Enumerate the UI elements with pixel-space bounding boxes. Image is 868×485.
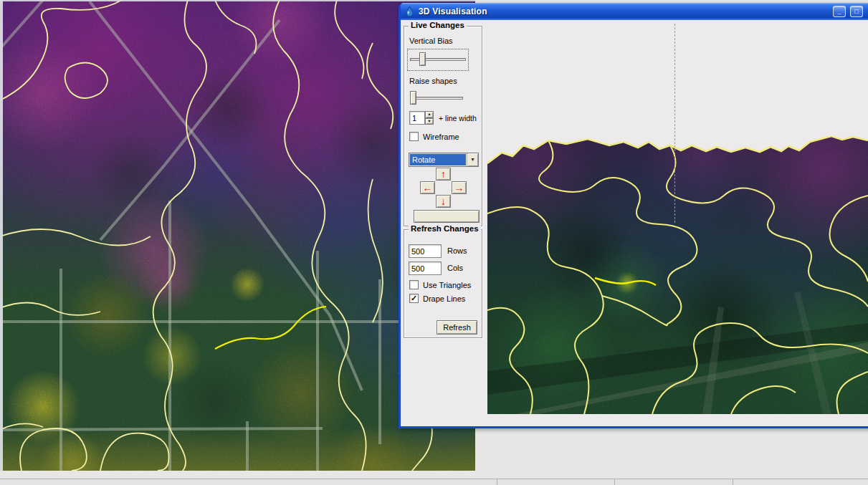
title-bar[interactable]: 3D Visualisation _ □	[401, 3, 868, 20]
slider-track[interactable]	[410, 97, 463, 100]
chevron-down-icon[interactable]: ▼	[467, 153, 478, 166]
line-width-input[interactable]	[409, 111, 425, 125]
camera-defaults-button[interactable]	[414, 210, 480, 223]
checkmark-icon: ✓	[411, 294, 417, 302]
use-triangles-label: Use Triangles	[423, 281, 471, 289]
drape-lines-label: Drape Lines	[423, 294, 465, 303]
line-width-spinner: ▲ ▼	[425, 111, 434, 125]
right-arrow-icon: →	[454, 182, 464, 193]
down-arrow-icon: ↓	[441, 196, 446, 207]
map-left-edge	[0, 0, 3, 471]
refresh-changes-title: Refresh Changes	[409, 224, 481, 233]
raise-shapes-slider[interactable]	[408, 88, 465, 108]
use-triangles-checkbox[interactable]: ✓	[409, 280, 419, 289]
window-title: 3D Visualisation	[419, 6, 487, 16]
map-top-edge	[0, 0, 475, 1]
minimize-button[interactable]: _	[833, 6, 846, 17]
application-stage: 3D Visualisation _ □ Live Changes Vertic…	[0, 0, 868, 485]
cols-label: Cols	[447, 264, 463, 272]
rotation-axis-line	[674, 24, 675, 223]
rotate-left-button[interactable]: ←	[420, 181, 435, 194]
status-bar	[0, 479, 868, 485]
mode-dropdown[interactable]: Rotate ▼	[409, 153, 479, 167]
live-changes-title: Live Changes	[409, 21, 467, 29]
spin-up-icon[interactable]: ▲	[425, 111, 434, 118]
live-changes-group: Live Changes Vertical Bias Raise shapes …	[404, 26, 482, 226]
raise-shapes-label: Raise shapes	[409, 77, 457, 85]
up-arrow-icon: ↑	[441, 168, 446, 180]
line-width-label: + line width	[439, 114, 477, 123]
status-bar-separator	[497, 479, 497, 485]
refresh-button[interactable]: Refresh	[437, 320, 477, 335]
wireframe-label: Wireframe	[423, 133, 459, 141]
vertical-bias-slider-thumb[interactable]	[419, 52, 426, 66]
cols-input[interactable]	[409, 261, 442, 275]
refresh-changes-group: Refresh Changes Rows Cols ✓ Use Triangle…	[404, 229, 482, 338]
rotate-up-button[interactable]: ↑	[436, 168, 451, 181]
viz-window: 3D Visualisation _ □ Live Changes Vertic…	[399, 3, 868, 428]
maximize-button[interactable]: □	[850, 6, 863, 17]
wireframe-checkbox[interactable]: ✓	[409, 132, 419, 141]
status-bar-separator	[733, 479, 733, 485]
vertical-bias-label: Vertical Bias	[409, 37, 453, 45]
status-bar-separator	[614, 479, 615, 485]
vertical-bias-slider[interactable]	[408, 49, 468, 69]
terrain-3d-view[interactable]	[487, 131, 868, 414]
app-droplet-icon	[404, 6, 415, 17]
minimize-icon: _	[837, 8, 841, 15]
rotate-right-button[interactable]: →	[452, 181, 467, 194]
slider-track[interactable]	[410, 58, 466, 61]
rows-input[interactable]	[409, 244, 442, 258]
rows-label: Rows	[447, 246, 467, 255]
rotate-down-button[interactable]: ↓	[436, 195, 451, 208]
drape-lines-checkbox[interactable]: ✓	[409, 294, 419, 303]
left-arrow-icon: ←	[423, 182, 433, 193]
window-client-area: Live Changes Vertical Bias Raise shapes …	[401, 20, 868, 424]
spin-down-icon[interactable]: ▼	[425, 118, 434, 125]
maximize-icon: □	[854, 8, 858, 15]
raise-shapes-slider-thumb[interactable]	[410, 91, 416, 105]
mode-dropdown-value: Rotate	[410, 154, 466, 165]
